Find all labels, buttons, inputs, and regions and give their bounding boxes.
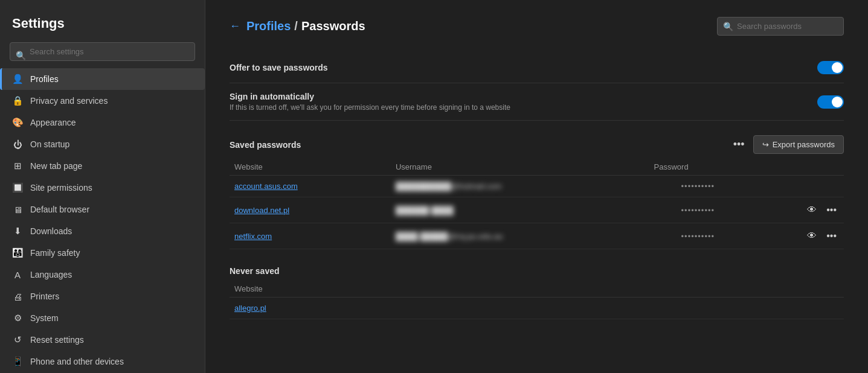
reset-settings-icon: ↺ [12, 334, 23, 345]
breadcrumb-parent[interactable]: Profiles [246, 19, 291, 33]
row-actions-cell: 👁 ••• [747, 223, 844, 249]
breadcrumb-current: Passwords [301, 19, 365, 33]
password-cell: •••••••••• [649, 197, 747, 223]
phone-devices-icon: 📱 [12, 356, 23, 367]
appearance-icon: 🎨 [12, 117, 23, 128]
saved-passwords-more-button[interactable]: ••• [730, 137, 748, 152]
default-browser-label: Default browser [30, 205, 89, 214]
on-startup-label: On startup [30, 139, 69, 149]
offer-to-save-toggle[interactable] [817, 61, 844, 74]
sidebar-item-default-browser[interactable]: 🖥 Default browser [0, 199, 205, 220]
list-item: allegro.pl [230, 298, 844, 319]
new-tab-icon: ⊞ [12, 161, 23, 171]
col-password-header: Password [649, 159, 747, 176]
system-icon: ⚙ [12, 313, 23, 324]
website-cell: account.asus.com [230, 176, 391, 197]
sidebar-item-reset-settings[interactable]: ↺ Reset settings [0, 329, 205, 351]
search-passwords-input[interactable] [717, 17, 844, 36]
downloads-label: Downloads [30, 226, 72, 236]
sidebar-item-languages[interactable]: A Languages [0, 264, 205, 285]
row-actions-cell: 👁 ••• [747, 197, 844, 223]
site-permissions-icon: 🔲 [12, 182, 23, 193]
ns-col-website-header: Website [230, 281, 844, 298]
privacy-label: Privacy and services [30, 96, 108, 106]
sidebar-item-site-permissions[interactable]: 🔲 Site permissions [0, 177, 205, 199]
sign-in-auto-info: Sign in automatically If this is turned … [230, 92, 510, 112]
saved-passwords-section-header: Saved passwords ••• ↪ Export passwords [230, 135, 844, 154]
search-settings-input[interactable] [10, 42, 195, 61]
languages-label: Languages [30, 270, 72, 279]
downloads-icon: ⬇ [12, 226, 23, 237]
row-actions-cell [747, 176, 844, 197]
sign-in-auto-toggle[interactable] [817, 95, 844, 109]
sidebar-nav: 👤 Profiles 🔒 Privacy and services 🎨 Appe… [0, 68, 205, 373]
on-startup-icon: ⏻ [12, 139, 23, 150]
site-permissions-label: Site permissions [30, 183, 92, 193]
sidebar-item-phone-devices[interactable]: 📱 Phone and other devices [0, 351, 205, 372]
username-cell: ████.█████@my.pu.edu.au [391, 223, 649, 249]
privacy-icon: 🔒 [12, 95, 23, 106]
table-row: netflix.com ████.█████@my.pu.edu.au ••••… [230, 223, 844, 249]
ns-website-cell: allegro.pl [230, 298, 844, 319]
show-password-button-1[interactable]: 👁 [805, 203, 819, 217]
system-label: System [30, 313, 59, 323]
saved-passwords-title: Saved passwords [230, 140, 301, 150]
show-password-button-2[interactable]: 👁 [805, 229, 819, 243]
row-more-button-2[interactable]: ••• [824, 229, 839, 243]
sidebar-item-on-startup[interactable]: ⏻ On startup [0, 133, 205, 155]
row-more-button-1[interactable]: ••• [824, 203, 839, 217]
printers-label: Printers [30, 292, 59, 301]
export-passwords-button[interactable]: ↪ Export passwords [753, 135, 844, 154]
search-settings-container: 🔍 [0, 42, 205, 68]
sidebar-item-privacy[interactable]: 🔒 Privacy and services [0, 90, 205, 112]
saved-passwords-table: Website Username Password account.asus.c… [230, 159, 844, 249]
never-saved-tbody: allegro.pl [230, 298, 844, 319]
appearance-label: Appearance [30, 118, 76, 127]
printers-icon: 🖨 [12, 291, 23, 302]
page-header: ← Profiles / Passwords 🔍 [230, 17, 844, 36]
back-button[interactable]: ← [230, 20, 240, 33]
sidebar: Settings 🔍 👤 Profiles 🔒 Privacy and serv… [0, 0, 205, 373]
col-website-header: Website [230, 159, 391, 176]
reset-settings-label: Reset settings [30, 335, 84, 345]
website-cell: download.net.pl [230, 197, 391, 223]
export-icon: ↪ [762, 140, 769, 149]
website-cell: netflix.com [230, 223, 391, 249]
saved-passwords-actions: ••• ↪ Export passwords [730, 135, 844, 154]
default-browser-icon: 🖥 [12, 204, 23, 215]
col-username-header: Username [391, 159, 649, 176]
breadcrumb: ← Profiles / Passwords [230, 19, 365, 33]
offer-to-save-row: Offer to save passwords [230, 53, 844, 83]
password-cell: •••••••••• [649, 176, 747, 197]
sidebar-item-printers[interactable]: 🖨 Printers [0, 285, 205, 307]
sidebar-item-profiles[interactable]: 👤 Profiles [0, 68, 205, 90]
username-cell: ██████ ████ [391, 197, 649, 223]
settings-title: Settings [0, 10, 205, 42]
sign-in-auto-row: Sign in automatically If this is turned … [230, 83, 844, 121]
table-row: account.asus.com ██████████@hotmail.com … [230, 176, 844, 197]
family-safety-label: Family safety [30, 248, 80, 258]
main-content: ← Profiles / Passwords 🔍 Offer to save p… [205, 0, 868, 373]
password-cell: •••••••••• [649, 223, 747, 249]
offer-to-save-label: Offer to save passwords [230, 63, 328, 72]
sidebar-item-appearance[interactable]: 🎨 Appearance [0, 112, 205, 133]
profiles-label: Profiles [30, 74, 59, 84]
languages-icon: A [12, 269, 23, 280]
never-saved-table: Website allegro.pl [230, 281, 844, 319]
sidebar-item-family-safety[interactable]: 👨‍👩‍👧 Family safety [0, 242, 205, 264]
table-row: download.net.pl ██████ ████ •••••••••• 👁… [230, 197, 844, 223]
new-tab-label: New tab page [30, 161, 82, 171]
sidebar-item-downloads[interactable]: ⬇ Downloads [0, 220, 205, 242]
never-saved-section: Never saved Website allegro.pl [230, 266, 844, 319]
breadcrumb-separator: / [294, 19, 298, 33]
saved-passwords-tbody: account.asus.com ██████████@hotmail.com … [230, 176, 844, 249]
never-saved-title: Never saved [230, 266, 844, 276]
phone-devices-label: Phone and other devices [30, 357, 124, 366]
family-safety-icon: 👨‍👩‍👧 [12, 247, 23, 258]
sidebar-item-new-tab[interactable]: ⊞ New tab page [0, 155, 205, 177]
sidebar-item-system[interactable]: ⚙ System [0, 307, 205, 329]
profiles-icon: 👤 [12, 74, 23, 84]
username-cell: ██████████@hotmail.com [391, 176, 649, 197]
search-passwords-container: 🔍 [717, 17, 844, 36]
